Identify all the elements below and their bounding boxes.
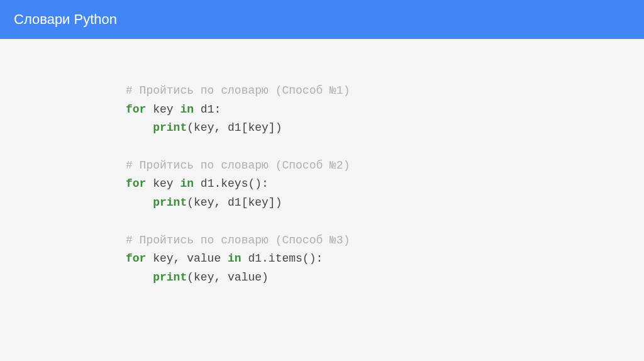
args: (key, d1[key]) [187, 196, 282, 209]
slide-content: # Пройтись по словарю (Способ №1) for ke… [0, 39, 644, 330]
indent [126, 121, 153, 134]
var: key [146, 177, 180, 190]
kw-in: in [228, 252, 242, 265]
args: (key, value) [187, 271, 269, 284]
kw-for: for [126, 177, 146, 190]
fn-print: print [153, 196, 187, 209]
indent [126, 271, 153, 284]
fn-print: print [153, 271, 187, 284]
indent [126, 196, 153, 209]
kw-for: for [126, 252, 146, 265]
slide-header: Словари Python [0, 0, 644, 39]
comment-line: # Пройтись по словарю (Способ №2) [126, 159, 350, 172]
comment-line: # Пройтись по словарю (Способ №1) [126, 84, 350, 97]
var: key [146, 103, 180, 116]
kw-for: for [126, 103, 146, 116]
kw-in: in [180, 177, 194, 190]
code-block: # Пройтись по словарю (Способ №1) for ke… [126, 82, 518, 287]
var: key, value [146, 252, 228, 265]
kw-in: in [180, 103, 194, 116]
fn-print: print [153, 121, 187, 134]
rest: d1.items(): [242, 252, 323, 265]
comment-line: # Пройтись по словарю (Способ №3) [126, 234, 350, 247]
slide-title: Словари Python [14, 11, 117, 27]
rest: d1.keys(): [194, 177, 269, 190]
rest: d1: [194, 103, 221, 116]
args: (key, d1[key]) [187, 121, 282, 134]
